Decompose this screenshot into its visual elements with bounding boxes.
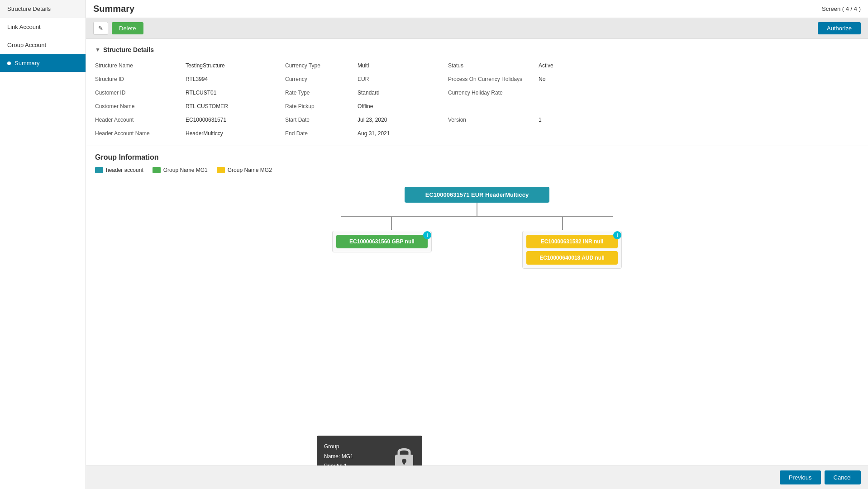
active-dot-icon — [7, 62, 11, 65]
legend-mg2-label: Group Name MG2 — [228, 167, 272, 173]
label-process-currency-holidays: Process On Currency Holidays — [448, 74, 539, 84]
label-rate-pickup: Rate Pickup — [285, 101, 358, 111]
group-information-title: Group Information — [95, 153, 859, 161]
value-process-currency-holidays: No — [539, 74, 593, 84]
structure-details-grid: Structure Name TestingStructure Currency… — [95, 61, 859, 138]
node-mg2-account1[interactable]: EC10000631582 INR null i — [526, 235, 618, 248]
value-currency-holiday-rate — [539, 88, 593, 98]
label-structure-id: Structure ID — [95, 74, 186, 84]
sidebar-item-label: Group Account — [7, 42, 46, 48]
authorize-button[interactable]: Authorize — [818, 22, 861, 34]
delete-button[interactable]: Delete — [112, 22, 143, 34]
value-version: 1 — [539, 115, 593, 125]
main-area: Summary Screen ( 4 / 4 ) ✎ Delete Author… — [86, 0, 868, 489]
edit-button[interactable]: ✎ — [93, 22, 108, 35]
node-mg1-account[interactable]: EC10000631560 GBP null i — [336, 235, 428, 248]
label-currency-holiday-rate: Currency Holiday Rate — [448, 88, 539, 98]
label-empty-2 — [448, 128, 539, 138]
previous-button[interactable]: Previous — [780, 470, 821, 484]
value-currency-type: Multi — [358, 61, 448, 71]
root-node[interactable]: EC10000631571 EUR HeaderMulticcy — [405, 187, 549, 203]
tooltip-popup: Group Name: MG1 Priority: 1 Group Descri… — [317, 436, 422, 465]
label-structure-name: Structure Name — [95, 61, 186, 71]
label-header-account: Header Account — [95, 115, 186, 125]
collapse-arrow-icon: ▼ — [95, 47, 100, 53]
value-rate-pickup: Offline — [358, 101, 448, 111]
structure-details-title: Structure Details — [103, 46, 154, 53]
value-rate-type: Standard — [358, 88, 448, 98]
value-structure-id: RTL3994 — [186, 74, 285, 84]
legend-color-blue — [95, 167, 103, 173]
label-rate-type: Rate Type — [285, 88, 358, 98]
topbar: Summary Screen ( 4 / 4 ) — [86, 0, 868, 18]
sidebar-item-group-account[interactable]: Group Account — [0, 36, 86, 54]
value-header-account-name: HeaderMulticcy — [186, 128, 285, 138]
sidebar-item-label: Structure Details — [7, 5, 51, 12]
legend-header-account-label: header account — [106, 167, 143, 173]
label-status: Status — [448, 61, 539, 71]
structure-details-header: ▼ Structure Details — [95, 46, 859, 53]
label-version: Version — [448, 115, 539, 125]
sidebar-item-link-account[interactable]: Link Account — [0, 18, 86, 36]
label-customer-name: Customer Name — [95, 101, 186, 111]
value-structure-name: TestingStructure — [186, 61, 285, 71]
value-customer-name: RTL CUSTOMER — [186, 101, 285, 111]
group-mg2: EC10000631582 INR null i EC10000640018 A… — [522, 231, 622, 269]
group-information-section: Group Information header account Group N… — [86, 146, 868, 380]
node-mg2-label2: EC10000640018 AUD null — [539, 255, 605, 261]
sidebar-item-label: Link Account — [7, 24, 41, 30]
legend-mg1: Group Name MG1 — [153, 167, 208, 173]
node-mg1-label: EC10000631560 GBP null — [349, 238, 415, 245]
group-mg1: EC10000631560 GBP null i — [332, 231, 432, 252]
page-title: Summary — [93, 4, 134, 14]
tree-diagram: EC10000631571 EUR HeaderMulticcy EC10000 — [95, 182, 859, 372]
info-badge-mg1[interactable]: i — [423, 231, 431, 239]
label-customer-id: Customer ID — [95, 88, 186, 98]
legend-header-account: header account — [95, 167, 143, 173]
sidebar: Structure Details Link Account Group Acc… — [0, 0, 86, 489]
legend-mg1-label: Group Name MG1 — [163, 167, 208, 173]
toolbar-left: ✎ Delete — [93, 22, 143, 35]
legend: header account Group Name MG1 Group Name… — [95, 167, 859, 173]
screen-info: Screen ( 4 / 4 ) — [822, 5, 861, 12]
sidebar-item-summary[interactable]: Summary — [0, 54, 86, 72]
connector-h — [341, 216, 613, 217]
value-header-account: EC10000631571 — [186, 115, 285, 125]
lock-icon — [393, 445, 415, 465]
content-area: ▼ Structure Details Structure Name Testi… — [86, 39, 868, 465]
legend-color-green — [153, 167, 161, 173]
structure-details-section: ▼ Structure Details Structure Name Testi… — [86, 39, 868, 146]
label-empty-1 — [448, 101, 539, 111]
label-header-account-name: Header Account Name — [95, 128, 186, 138]
info-badge-mg2[interactable]: i — [613, 231, 621, 239]
bottom-bar: Previous Cancel — [86, 465, 868, 489]
label-start-date: Start Date — [285, 115, 358, 125]
legend-color-yellow — [217, 167, 225, 173]
value-start-date: Jul 23, 2020 — [358, 115, 448, 125]
value-currency: EUR — [358, 74, 448, 84]
tooltip-priority: Priority: 1 — [324, 461, 388, 465]
label-currency-type: Currency Type — [285, 61, 358, 71]
connector-v-root — [477, 203, 477, 216]
connector-v-right — [562, 216, 563, 230]
value-customer-id: RTLCUST01 — [186, 88, 285, 98]
tree-children-row: EC10000631560 GBP null i EC10000631582 I… — [332, 231, 622, 269]
node-mg2-label1: EC10000631582 INR null — [541, 238, 604, 245]
value-status: Active — [539, 61, 593, 71]
sidebar-item-structure-details[interactable]: Structure Details — [0, 0, 86, 18]
edit-icon: ✎ — [98, 25, 103, 32]
toolbar: ✎ Delete Authorize — [86, 18, 868, 39]
tooltip-group-name: Group Name: MG1 — [324, 442, 388, 461]
value-end-date: Aug 31, 2021 — [358, 128, 448, 138]
value-empty-2 — [539, 128, 593, 138]
cancel-button[interactable]: Cancel — [825, 470, 861, 484]
svg-rect-2 — [403, 461, 405, 465]
label-currency: Currency — [285, 74, 358, 84]
node-mg2-account2[interactable]: EC10000640018 AUD null — [526, 251, 618, 265]
sidebar-item-label: Summary — [14, 60, 40, 66]
value-empty-1 — [539, 101, 593, 111]
connector-v-left — [391, 216, 392, 230]
legend-mg2: Group Name MG2 — [217, 167, 272, 173]
label-end-date: End Date — [285, 128, 358, 138]
